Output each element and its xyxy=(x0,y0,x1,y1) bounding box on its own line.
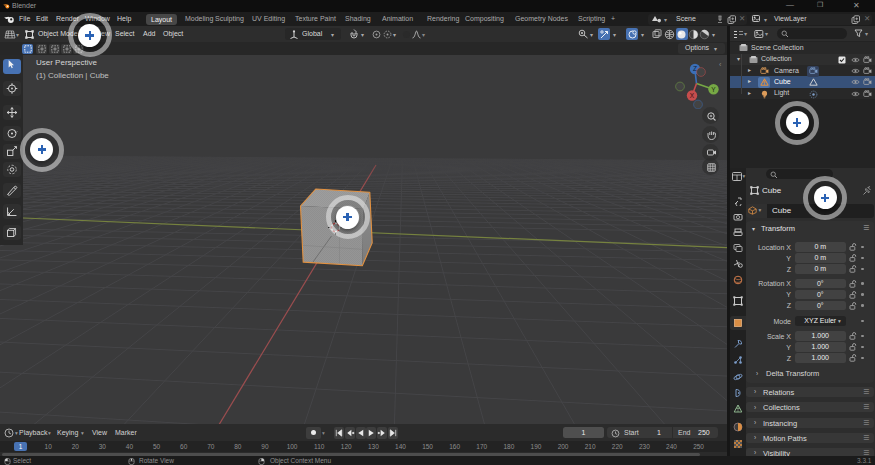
svg-text:X: X xyxy=(690,92,695,99)
svg-text:Y: Y xyxy=(711,86,716,93)
